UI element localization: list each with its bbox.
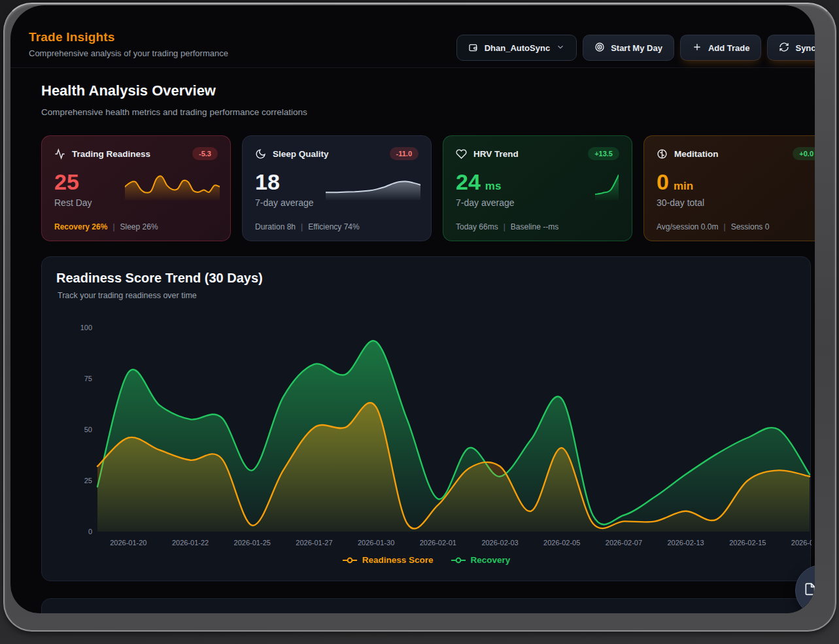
y-axis-label: 100 (80, 324, 92, 331)
screen: Trade Insights Comprehensive analysis of… (10, 5, 815, 613)
account-label: Dhan_AutoSync (485, 43, 550, 53)
x-axis-label: 2026-01-20 (110, 539, 146, 547)
footer-divider: | (724, 222, 726, 231)
card-title: Sleep Quality (273, 149, 329, 159)
y-axis-label: 25 (84, 477, 92, 484)
card-unit: ms (485, 180, 502, 193)
header-controls: Dhan_AutoSync Start My Day Add Trade (456, 35, 815, 61)
card-unit: min (674, 180, 693, 193)
plus-icon (692, 42, 702, 54)
footer-right: Baseline --ms (511, 222, 558, 231)
footer-right: Sessions 0 (731, 222, 770, 231)
y-axis-label: 50 (84, 426, 92, 433)
y-axis-label: 75 (84, 375, 92, 382)
x-axis-label: 2026-02-15 (729, 539, 766, 547)
footer-left: Duration 8h (255, 222, 296, 231)
card-title: HRV Trend (473, 149, 519, 159)
footer-left: Avg/session 0.0m (657, 222, 719, 231)
card-footer: Duration 8h | Efficiency 74% (255, 222, 360, 231)
delta-badge: +13.5 (588, 147, 619, 160)
start-my-day-button[interactable]: Start My Day (583, 35, 674, 61)
card-footer: Today 66ms | Baseline --ms (456, 222, 558, 231)
heart-icon (456, 148, 467, 160)
next-section-panel (41, 598, 811, 613)
delta-badge: -5.3 (192, 147, 218, 160)
wallet-icon (468, 42, 479, 53)
card-value: 25 (54, 171, 79, 193)
chart-legend: Readiness Score Recovery (42, 555, 810, 565)
sync-now-label: Sync Now (795, 43, 815, 53)
delta-badge: +0.0 (793, 147, 815, 160)
trend-chart: 02550751002026-01-202026-01-222026-01-25… (42, 257, 812, 582)
readiness-trend-panel: Readiness Score Trend (30 Days) Track yo… (41, 256, 811, 581)
x-axis-label: 2026-02-13 (667, 539, 704, 547)
legend-item[interactable]: Recovery (451, 555, 511, 565)
app-header: Trade Insights Comprehensive analysis of… (10, 5, 815, 68)
x-axis-label: 2026-02-05 (543, 539, 580, 547)
card-sleep-quality: Sleep Quality -11.0 18 7-day average Dur… (242, 135, 432, 241)
refresh-icon (779, 42, 789, 54)
metric-cards-row: Trading Readiness -5.3 25 Rest Day Recov… (41, 135, 815, 241)
title-block: Trade Insights Comprehensive analysis of… (29, 30, 228, 58)
legend-label: Recovery (471, 555, 511, 565)
footer-right: Efficiency 74% (308, 222, 360, 231)
card-title: Trading Readiness (72, 149, 150, 159)
moon-icon (255, 148, 266, 160)
card-value: 18 (255, 171, 280, 193)
chevron-down-icon (556, 42, 565, 54)
footer-divider: | (504, 222, 505, 231)
start-my-day-label: Start My Day (611, 43, 662, 53)
account-selector[interactable]: Dhan_AutoSync (456, 35, 577, 61)
document-icon (804, 583, 815, 596)
hrv-sparkline (595, 169, 619, 200)
legend-item[interactable]: Readiness Score (342, 555, 434, 565)
footer-right: Sleep 26% (120, 222, 158, 231)
sleep-sparkline (326, 171, 420, 200)
card-label: 30-day total (657, 197, 815, 208)
card-hrv-trend: HRV Trend +13.5 24 ms 7-day average Toda… (443, 135, 632, 241)
x-axis-label: 2026-02-17 (791, 539, 812, 547)
x-axis-label: 2026-01-22 (172, 539, 209, 547)
sync-now-button[interactable]: Sync Now (767, 35, 815, 61)
section-subtitle: Comprehensive health metrics and trading… (41, 107, 307, 117)
card-footer: Recovery 26% | Sleep 26% (54, 222, 158, 231)
x-axis-label: 2026-02-03 (481, 539, 518, 547)
legend-label: Readiness Score (362, 555, 434, 565)
card-value: 24 (456, 171, 481, 193)
card-title: Meditation (674, 149, 719, 159)
x-axis-label: 2026-01-25 (234, 539, 271, 547)
card-value: 0 (657, 171, 669, 193)
target-icon (594, 42, 605, 54)
y-axis-label: 0 (88, 528, 92, 535)
x-axis-label: 2026-02-07 (606, 539, 642, 547)
page-title: Trade Insights (29, 30, 228, 44)
footer-divider: | (112, 222, 114, 231)
delta-badge: -11.0 (390, 147, 419, 160)
x-axis-label: 2026-01-27 (296, 539, 332, 547)
legend-marker-icon (451, 557, 466, 564)
card-trading-readiness: Trading Readiness -5.3 25 Rest Day Recov… (41, 135, 231, 241)
card-meditation: Meditation +0.0 0 min 30-day total Avg/s… (643, 135, 815, 241)
section-header: Health Analysis Overview Comprehensive h… (41, 82, 307, 117)
footer-left: Today 66ms (456, 222, 498, 231)
section-title: Health Analysis Overview (41, 82, 307, 99)
footer-divider: | (301, 222, 303, 231)
legend-marker-icon (342, 557, 358, 564)
add-trade-button[interactable]: Add Trade (680, 35, 762, 61)
x-axis-label: 2026-02-01 (420, 539, 456, 547)
footer-left: Recovery 26% (54, 222, 107, 231)
activity-icon (54, 148, 65, 160)
add-trade-label: Add Trade (708, 43, 750, 53)
card-footer: Avg/session 0.0m | Sessions 0 (657, 222, 769, 231)
x-axis-label: 2026-01-30 (358, 539, 394, 547)
brain-icon (657, 148, 668, 160)
readiness-sparkline (125, 167, 220, 200)
page-subtitle: Comprehensive analysis of your trading p… (29, 48, 228, 58)
